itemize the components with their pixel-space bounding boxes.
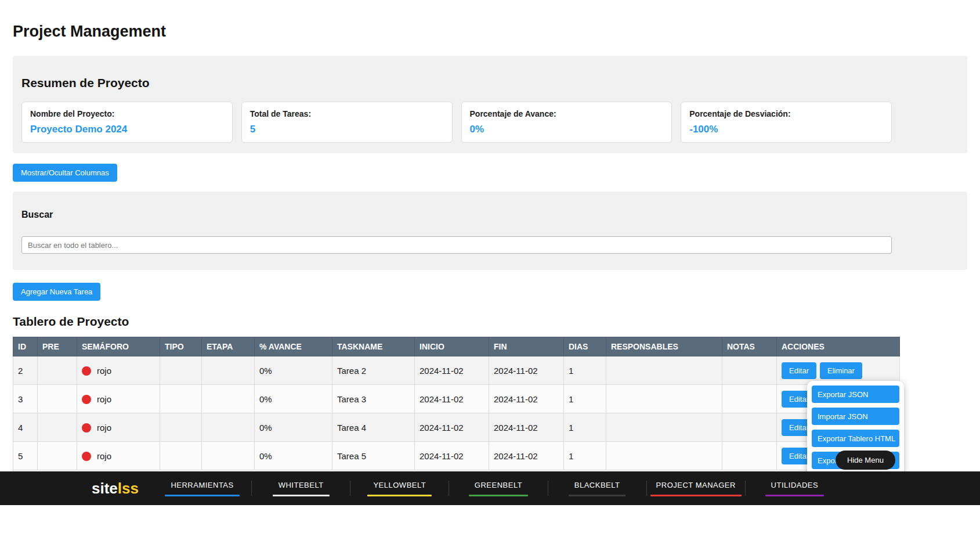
footer-item-whitebelt[interactable]: WHITEBELT	[252, 481, 350, 496]
cell-inicio: 2024-11-02	[415, 385, 489, 413]
table-row: 2 rojo 0% Tarea 2 2024-11-02 2024-11-02 …	[13, 356, 900, 385]
logo-part-site: site	[92, 480, 118, 497]
summary-card-deviation: Porcentaje de Desviación: -100%	[681, 102, 892, 143]
footer-item-label: YELLOWBELT	[373, 481, 426, 489]
semaforo-label: rojo	[97, 451, 111, 461]
export-html-button[interactable]: Exportar Tablero HTML	[812, 430, 899, 447]
semaforo-red-dot-icon	[82, 366, 91, 376]
column-header-responsables: RESPONSABLES	[606, 337, 722, 356]
cell-avance: 0%	[255, 413, 332, 442]
page-title: Project Management	[13, 22, 980, 41]
cell-fin: 2024-11-02	[489, 385, 564, 413]
column-header-avance: % AVANCE	[255, 337, 332, 356]
card-label: Porcentaje de Avance:	[470, 109, 664, 119]
cell-notas	[722, 413, 777, 442]
cell-pre	[38, 385, 77, 413]
footer-item-project-manager[interactable]: PROJECT MANAGER	[647, 481, 745, 496]
footer: sitelss HERRAMIENTAS WHITEBELT YELLOWBEL…	[0, 471, 980, 505]
cell-taskname: Tarea 5	[332, 442, 415, 470]
cell-fin: 2024-11-02	[489, 356, 564, 385]
semaforo-label: rojo	[97, 394, 111, 404]
column-header-acciones: ACCIONES	[777, 337, 900, 356]
footer-item-greenbelt[interactable]: GREENBELT	[449, 481, 547, 496]
cell-dias: 1	[564, 385, 606, 413]
cell-id: 5	[13, 442, 38, 470]
semaforo-label: rojo	[97, 366, 111, 376]
column-header-taskname: TASKNAME	[332, 337, 415, 356]
card-value: -100%	[689, 123, 883, 135]
footer-item-label: GREENBELT	[475, 481, 522, 489]
column-header-etapa: ETAPA	[202, 337, 255, 356]
semaforo-red-dot-icon	[82, 452, 91, 461]
cell-id: 3	[13, 385, 38, 413]
summary-card-progress: Porcentaje de Avance: 0%	[461, 102, 672, 143]
cell-inicio: 2024-11-02	[415, 442, 489, 470]
cell-semaforo: rojo	[77, 442, 160, 470]
cell-fin: 2024-11-02	[489, 413, 564, 442]
cell-avance: 0%	[255, 385, 332, 413]
search-section: Buscar	[13, 192, 967, 270]
table-row: 3 rojo 0% Tarea 3 2024-11-02 2024-11-02 …	[13, 385, 900, 413]
add-task-button[interactable]: Agregar Nueva Tarea	[13, 283, 100, 301]
column-header-dias: DIAS	[564, 337, 606, 356]
cell-pre	[38, 413, 77, 442]
footer-nav: HERRAMIENTAS WHITEBELT YELLOWBELT GREENB…	[153, 481, 844, 496]
column-header-pre: PRE	[38, 337, 77, 356]
cell-inicio: 2024-11-02	[415, 356, 489, 385]
footer-item-herramientas[interactable]: HERRAMIENTAS	[153, 481, 251, 496]
board-title: Tablero de Proyecto	[13, 314, 980, 329]
column-header-id: ID	[13, 337, 38, 356]
summary-section: Resumen de Proyecto Nombre del Proyecto:…	[13, 56, 967, 153]
summary-card-total-tasks: Total de Tareas: 5	[241, 102, 453, 143]
footer-item-blackbelt[interactable]: BLACKBELT	[548, 481, 646, 496]
footer-item-label: PROJECT MANAGER	[656, 481, 736, 489]
search-title: Buscar	[21, 209, 959, 220]
cell-dias: 1	[564, 356, 606, 385]
summary-title: Resumen de Proyecto	[21, 75, 959, 90]
delete-task-button[interactable]: Eliminar	[820, 362, 862, 379]
card-label: Nombre del Proyecto:	[30, 109, 224, 119]
cell-semaforo: rojo	[77, 413, 160, 442]
footer-item-label: WHITEBELT	[279, 481, 324, 489]
page: Project Management Resumen de Proyecto N…	[0, 0, 980, 544]
cell-tipo	[160, 442, 202, 470]
footer-logo[interactable]: sitelss	[92, 480, 139, 498]
cell-fin: 2024-11-02	[489, 442, 564, 470]
toggle-columns-button[interactable]: Mostrar/Ocultar Columnas	[13, 164, 117, 182]
cell-responsables	[606, 442, 722, 470]
footer-item-underline	[367, 495, 432, 496]
hide-menu-button[interactable]: Hide Menu	[836, 451, 895, 470]
semaforo-red-dot-icon	[82, 423, 91, 433]
column-header-inicio: INICIO	[415, 337, 489, 356]
column-header-notas: NOTAS	[722, 337, 777, 356]
export-json-button[interactable]: Exportar JSON	[812, 386, 899, 403]
footer-item-utilidades[interactable]: UTILIDADES	[746, 481, 844, 496]
footer-item-label: BLACKBELT	[574, 481, 620, 489]
cell-notas	[722, 385, 777, 413]
cell-etapa	[202, 356, 255, 385]
cell-tipo	[160, 413, 202, 442]
card-label: Total de Tareas:	[250, 109, 444, 119]
footer-item-underline	[165, 495, 239, 496]
footer-item-label: HERRAMIENTAS	[171, 481, 233, 489]
footer-item-underline	[569, 495, 626, 496]
search-input[interactable]	[21, 236, 892, 254]
column-header-tipo: TIPO	[160, 337, 202, 356]
table-row: 4 rojo 0% Tarea 4 2024-11-02 2024-11-02 …	[13, 413, 900, 442]
semaforo-red-dot-icon	[82, 395, 91, 404]
cell-etapa	[202, 442, 255, 470]
column-header-semaforo: SEMÁFORO	[77, 337, 160, 356]
cell-etapa	[202, 413, 255, 442]
cell-id: 2	[13, 356, 38, 385]
cell-inicio: 2024-11-02	[415, 413, 489, 442]
cell-pre	[38, 356, 77, 385]
footer-item-label: UTILIDADES	[771, 481, 819, 489]
cell-semaforo: rojo	[77, 356, 160, 385]
summary-card-project-name: Nombre del Proyecto: Proyecto Demo 2024	[21, 102, 233, 143]
cell-pre	[38, 442, 77, 470]
import-json-button[interactable]: Importar JSON	[812, 408, 899, 425]
logo-part-lss: lss	[118, 480, 139, 497]
cell-dias: 1	[564, 442, 606, 470]
edit-task-button[interactable]: Editar	[782, 362, 816, 379]
footer-item-yellowbelt[interactable]: YELLOWBELT	[350, 481, 449, 496]
